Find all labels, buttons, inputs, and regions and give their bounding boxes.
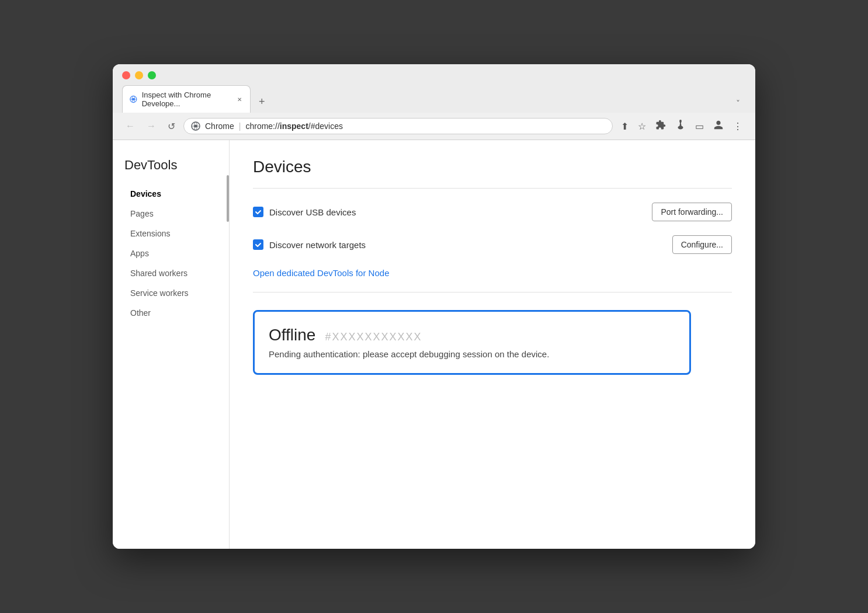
- minimize-button[interactable]: [135, 71, 143, 79]
- sidebar-item-other[interactable]: Other: [124, 304, 217, 322]
- extensions-button[interactable]: [652, 117, 669, 135]
- configure-button[interactable]: Configure...: [672, 235, 732, 254]
- network-option-row: Discover network targets Configure...: [253, 235, 732, 254]
- sidebar-item-service-workers[interactable]: Service workers: [124, 284, 217, 302]
- address-chrome-label: Chrome: [205, 121, 234, 131]
- device-card: Offline #XXXXXXXXXXX Pending authenticat…: [253, 310, 691, 375]
- toolbar: ← → ↺ Chrome | chrome://inspect/#devices…: [113, 113, 755, 140]
- address-bar-icon: [191, 121, 200, 131]
- sidebar-nav: Devices Pages Extensions Apps Shared wor…: [124, 184, 217, 322]
- address-separator: |: [239, 121, 241, 131]
- usb-checkbox[interactable]: [253, 207, 263, 217]
- share-button[interactable]: ⬆: [617, 119, 632, 134]
- devtools-node-link[interactable]: Open dedicated DevTools for Node: [253, 268, 389, 278]
- checkmark-icon-2: [255, 241, 262, 248]
- device-header: Offline #XXXXXXXXXXX: [269, 326, 675, 344]
- more-menu-button[interactable]: ⋮: [730, 119, 746, 134]
- sidebar-toggle-button[interactable]: ▭: [692, 119, 707, 134]
- maximize-button[interactable]: [148, 71, 156, 79]
- sidebar-title: DevTools: [124, 158, 217, 173]
- forward-button[interactable]: →: [143, 119, 159, 134]
- bookmark-button[interactable]: ☆: [634, 119, 650, 134]
- device-id: #XXXXXXXXXXX: [325, 331, 422, 343]
- new-tab-button[interactable]: +: [253, 92, 271, 112]
- tab-close-button[interactable]: ✕: [235, 95, 243, 104]
- tab-favicon: [130, 95, 137, 104]
- divider-top: [253, 188, 732, 189]
- close-button[interactable]: [122, 71, 130, 79]
- address-url: chrome://inspect/#devices: [245, 121, 343, 131]
- sidebar-scrollbar: [227, 175, 229, 222]
- profile-button[interactable]: [710, 117, 727, 135]
- usb-option-row: Discover USB devices Port forwarding...: [253, 203, 732, 221]
- checkmark-icon: [255, 208, 262, 215]
- port-forwarding-button[interactable]: Port forwarding...: [652, 203, 732, 221]
- sidebar-item-apps[interactable]: Apps: [124, 244, 217, 263]
- back-button[interactable]: ←: [122, 119, 138, 134]
- content-area: Devices Discover USB devices Port forwar…: [230, 140, 755, 549]
- page-title: Devices: [253, 158, 732, 176]
- active-tab[interactable]: Inspect with Chrome Develope... ✕: [122, 85, 251, 113]
- sidebar: DevTools Devices Pages Extensions Apps S…: [113, 140, 230, 549]
- toolbar-icons: ⬆ ☆ ▭ ⋮: [617, 117, 746, 135]
- network-checkbox-wrapper: Discover network targets: [253, 239, 672, 250]
- network-checkbox[interactable]: [253, 239, 263, 250]
- device-status: Offline: [269, 326, 315, 344]
- sidebar-item-shared-workers[interactable]: Shared workers: [124, 264, 217, 283]
- network-label: Discover network targets: [269, 240, 366, 250]
- labs-button[interactable]: [672, 117, 689, 135]
- browser-window: Inspect with Chrome Develope... ✕ + ˅ ← …: [113, 64, 755, 549]
- traffic-lights: [122, 71, 746, 79]
- usb-label: Discover USB devices: [269, 207, 356, 217]
- sidebar-item-extensions[interactable]: Extensions: [124, 224, 217, 243]
- tab-bar: Inspect with Chrome Develope... ✕ + ˅: [122, 85, 746, 113]
- refresh-button[interactable]: ↺: [164, 119, 179, 134]
- sidebar-item-pages[interactable]: Pages: [124, 204, 217, 223]
- main-content: DevTools Devices Pages Extensions Apps S…: [113, 140, 755, 549]
- address-bar[interactable]: Chrome | chrome://inspect/#devices: [183, 118, 613, 134]
- usb-checkbox-wrapper: Discover USB devices: [253, 207, 652, 217]
- tab-menu-button[interactable]: ˅: [730, 95, 746, 112]
- title-bar: Inspect with Chrome Develope... ✕ + ˅: [113, 64, 755, 113]
- tab-label: Inspect with Chrome Develope...: [142, 90, 229, 108]
- divider-bottom: [253, 292, 732, 292]
- device-message: Pending authentication: please accept de…: [269, 349, 675, 359]
- sidebar-item-devices[interactable]: Devices: [124, 184, 217, 203]
